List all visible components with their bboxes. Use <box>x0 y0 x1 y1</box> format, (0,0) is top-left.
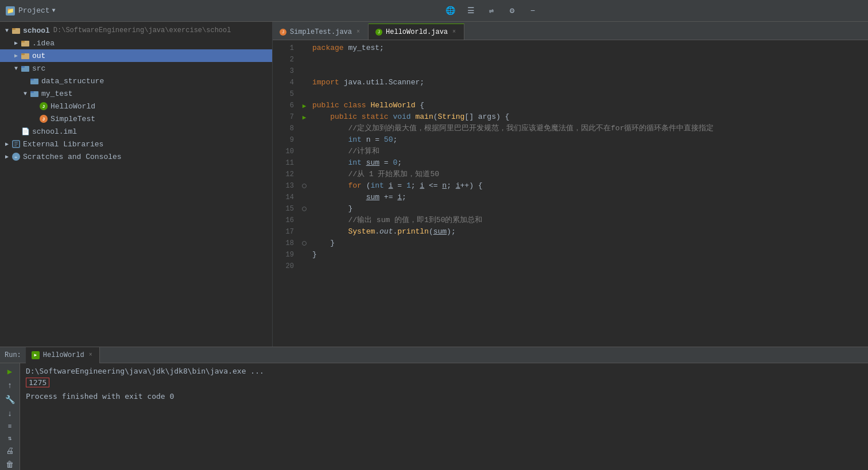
tree-label-ext-libs: External Libraries <box>23 140 103 149</box>
code-line-20 <box>310 261 868 272</box>
run-wrap-button[interactable]: ≡ <box>4 423 16 430</box>
breakpoint-13[interactable] <box>302 184 307 188</box>
code-line-5 <box>310 88 868 100</box>
code-line-6: public class HelloWorld { <box>310 100 868 111</box>
run-down-button[interactable]: ↓ <box>4 409 16 418</box>
tree-item-scratches[interactable]: ▶ ✏ Scratches and Consoles <box>0 150 272 163</box>
breakpoint-15[interactable] <box>302 207 307 211</box>
run-trash-button[interactable]: 🗑 <box>4 460 16 469</box>
tree-label-idea: .idea <box>32 39 55 48</box>
minimize-icon[interactable]: − <box>527 5 538 17</box>
run-exit-message: Process finished with exit code 0 <box>26 392 862 401</box>
code-line-16: //输出 sum 的值，即1到50的累加总和 <box>310 215 868 226</box>
code-line-13: for (int i = 1; i <= n; i++) { <box>310 180 868 192</box>
tab-icon-simpletest: J <box>280 29 286 36</box>
tab-helloworld[interactable]: J HelloWorld.java × <box>369 24 464 40</box>
scratches-icon: ✏ <box>11 152 21 161</box>
folder-icon-data-structure <box>30 76 39 86</box>
tree-item-simpletest[interactable]: ▶ J SimpleTest <box>0 112 272 125</box>
folder-icon-my-test <box>30 89 39 98</box>
expand-arrow-school: ▼ <box>2 28 11 34</box>
run-print-button[interactable]: 🖨 <box>4 446 16 456</box>
svg-rect-1 <box>12 28 16 30</box>
tab-label-simpletest: SimpleTest.java <box>290 28 352 36</box>
main-container: ▼ school D:\SoftwareEngineering\java\exe… <box>0 22 868 347</box>
tree-label-out: out <box>32 52 45 60</box>
code-content[interactable]: package my_test; import java.util.Scanne… <box>310 40 868 347</box>
run-tab-helloworld[interactable]: ▶ HelloWorld × <box>26 347 100 363</box>
run-tab-icon: ▶ <box>32 351 40 359</box>
run-up-button[interactable]: ↑ <box>4 381 16 390</box>
tree-label-school-iml: school.iml <box>32 127 77 136</box>
code-line-4: import java.util.Scanner; <box>310 77 868 88</box>
tree-item-school[interactable]: ▼ school D:\SoftwareEngineering\java\exe… <box>0 24 272 37</box>
ext-libs-icon <box>11 139 21 149</box>
code-line-15: } <box>310 203 868 215</box>
java-icon-simpletest: J <box>39 114 48 123</box>
tree-item-data-structure[interactable]: ▶ data_structure <box>0 75 272 87</box>
svg-rect-11 <box>30 91 34 93</box>
run-tab-bar: Run: ▶ HelloWorld × <box>0 347 868 363</box>
tree-label-my-test: my_test <box>41 90 73 98</box>
run-sort-button[interactable]: ⇅ <box>4 434 16 442</box>
title-bar-left: 📁 Project ▼ <box>6 6 121 15</box>
settings-icon[interactable]: ⚙ <box>506 5 518 17</box>
tree-item-src[interactable]: ▼ src <box>0 62 272 75</box>
tree-item-external-libraries[interactable]: ▶ External Libraries <box>0 138 272 150</box>
tree-label-school: school <box>23 26 50 35</box>
code-line-10: //计算和 <box>310 146 868 157</box>
expand-arrow-idea: ▶ <box>11 40 21 46</box>
tree-item-helloworld[interactable]: ▶ J HelloWorld <box>0 100 272 112</box>
breakpoint-18[interactable] <box>302 241 307 246</box>
tree-label-helloworld: HelloWorld <box>51 102 95 111</box>
expand-arrow-out: ▶ <box>11 52 21 59</box>
run-cmd-line: D:\SoftwareEngineering\java\jdk\jdk8\bin… <box>26 367 862 375</box>
svg-rect-3 <box>21 41 25 42</box>
line-numbers: 1 2 3 4 5 6 7 8 9 10 11 12 13 14 15 16 1… <box>273 40 299 347</box>
run-tools-button[interactable]: 🔧 <box>4 395 16 405</box>
run-main-arrow[interactable]: ▶ <box>303 114 307 121</box>
folder-icon-idea <box>21 38 30 48</box>
svg-rect-9 <box>30 79 34 80</box>
run-tab-close[interactable]: × <box>88 351 94 359</box>
chevron-down-icon: ▼ <box>52 7 56 14</box>
navigate-icon[interactable]: 🌐 <box>444 5 456 17</box>
structure-icon[interactable]: ☰ <box>465 5 476 17</box>
run-output-value: 1275 <box>26 378 49 387</box>
code-line-12: //从 1 开始累加，知道50 <box>310 169 868 180</box>
tree-item-school-iml[interactable]: ▶ 📄 school.iml <box>0 125 272 138</box>
expand-arrow-src: ▼ <box>11 65 21 72</box>
tab-simpletest[interactable]: J SimpleTest.java × <box>273 24 369 40</box>
sidebar: ▼ school D:\SoftwareEngineering\java\exe… <box>0 22 273 347</box>
split-icon[interactable]: ⇌ <box>486 5 497 17</box>
tab-close-simpletest[interactable]: × <box>355 28 361 36</box>
code-line-3 <box>310 65 868 77</box>
code-line-8: //定义加到的最大值，根据阿里巴巴开发规范，我们应该避免魔法值，因此不在for循… <box>310 123 868 134</box>
tree-label-src: src <box>32 64 45 73</box>
code-line-19: } <box>310 249 868 261</box>
code-line-18: } <box>310 238 868 249</box>
folder-icon-src <box>21 64 30 73</box>
run-sidebar: ▶ ↑ 🔧 ↓ ≡ ⇅ 🖨 🗑 <box>0 363 20 470</box>
tab-label-helloworld: HelloWorld.java <box>386 28 448 36</box>
expand-arrow-scratches: ▶ <box>2 153 11 160</box>
tree-label-simpletest: SimpleTest <box>51 115 95 123</box>
tab-close-helloworld[interactable]: × <box>451 28 457 36</box>
code-line-11: int sum = 0; <box>310 157 868 169</box>
code-editor[interactable]: 1 2 3 4 5 6 7 8 9 10 11 12 13 14 15 16 1… <box>273 40 868 347</box>
project-tree: ▼ school D:\SoftwareEngineering\java\exe… <box>0 22 272 347</box>
code-line-2 <box>310 54 868 65</box>
gutter: ▶ ▶ <box>299 40 310 347</box>
run-class-arrow[interactable]: ▶ <box>303 102 307 110</box>
run-panel-body: ▶ ↑ 🔧 ↓ ≡ ⇅ 🖨 🗑 D:\SoftwareEngineering\j… <box>0 363 868 470</box>
svg-rect-7 <box>21 66 25 68</box>
run-play-button[interactable]: ▶ <box>4 367 16 376</box>
project-dropdown[interactable]: Project ▼ <box>18 6 56 15</box>
project-label: Project <box>18 6 50 15</box>
tree-item-out[interactable]: ▶ out <box>0 49 272 62</box>
code-line-17: System.out.println(sum); <box>310 226 868 238</box>
tree-item-my-test[interactable]: ▼ my_test <box>0 87 272 100</box>
run-output: D:\SoftwareEngineering\java\jdk\jdk8\bin… <box>20 363 868 470</box>
tree-item-idea[interactable]: ▶ .idea <box>0 37 272 49</box>
run-result-line: 1275 <box>26 378 862 387</box>
